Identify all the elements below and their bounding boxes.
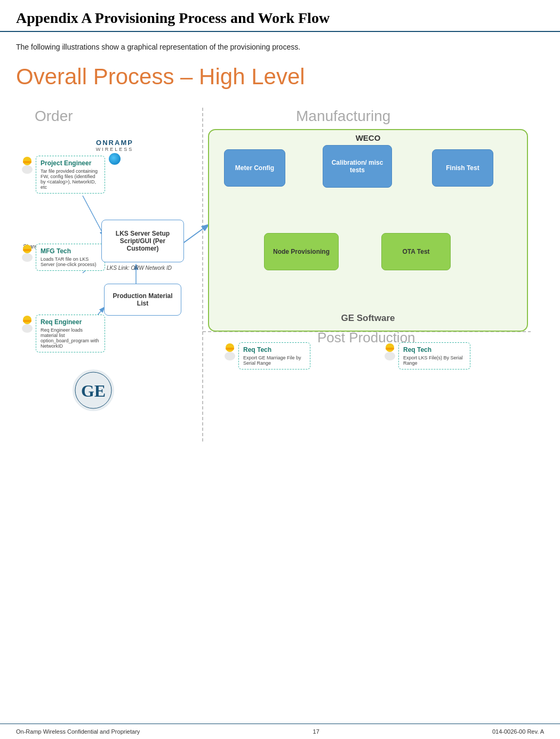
weco-label: WECO xyxy=(209,130,527,142)
page-header: Appendix A Provisioning Process and Work… xyxy=(0,0,560,32)
svg-rect-24 xyxy=(226,348,234,350)
project-engineer-box: Project Engineer Tar file provided conta… xyxy=(36,156,105,194)
calibration-box: Calibration/ misc tests xyxy=(323,145,392,188)
meter-config-box: Meter Config xyxy=(224,149,285,187)
req-tech-2-icon xyxy=(382,342,397,362)
req-tech-1-box: Req Tech Export GE Marriage File by Seri… xyxy=(238,342,310,370)
req-engineer-icon xyxy=(20,315,35,334)
project-engineer-area: Project Engineer Tar file provided conta… xyxy=(19,156,105,194)
section-heading: Overall Process – High Level xyxy=(16,64,544,90)
footer-center: 17 xyxy=(313,728,319,735)
svg-rect-27 xyxy=(386,348,394,350)
svg-point-13 xyxy=(22,165,33,174)
svg-text:GE: GE xyxy=(81,381,106,400)
svg-point-28 xyxy=(385,352,395,360)
mfg-tech-icon xyxy=(20,244,35,263)
req-engineer-area: Req Engineer Req Engineer loads material… xyxy=(19,315,105,352)
order-label: Order xyxy=(35,108,73,125)
finish-test-box: Finish Test xyxy=(432,149,493,187)
req-tech-1-icon xyxy=(222,342,237,362)
onramp-wireless-text: WIRELESS xyxy=(96,147,134,152)
svg-point-19 xyxy=(22,324,33,333)
ge-logo: GE xyxy=(72,369,115,412)
production-material-box: Production Material List xyxy=(104,284,181,316)
ge-logo-area: GE xyxy=(72,369,115,413)
mfg-tech-box: MFG Tech Loads TAR file on LKS Server (o… xyxy=(36,244,105,271)
onramp-logo-text: ONRAMP xyxy=(96,139,133,147)
footer-left: On-Ramp Wireless Confidential and Propri… xyxy=(16,728,140,735)
svg-point-16 xyxy=(22,253,33,262)
node-provisioning-box: Node Provisioning xyxy=(264,233,339,270)
onramp-logo-circle xyxy=(109,153,121,165)
svg-line-2 xyxy=(83,196,104,236)
footer-right: 014-0026-00 Rev. A xyxy=(492,728,544,735)
page-body: The following illustrations show a graph… xyxy=(0,32,560,497)
svg-point-25 xyxy=(225,352,235,360)
ge-software-label: GE Software xyxy=(208,313,528,324)
mfg-tech-area: MFG Tech Loads TAR file on LKS Server (o… xyxy=(19,244,105,271)
lks-link-label: LKS Link: ORW Network ID xyxy=(107,265,172,271)
req-tech-1-area: Req Tech Export GE Marriage File by Seri… xyxy=(221,342,310,370)
lks-server-box: LKS Server Setup Script/GUI (Per Custome… xyxy=(101,220,184,262)
svg-rect-15 xyxy=(23,249,31,251)
svg-rect-12 xyxy=(23,161,31,163)
manufacturing-label: Manufacturing xyxy=(296,108,390,125)
intro-text: The following illustrations show a graph… xyxy=(16,43,544,51)
svg-rect-18 xyxy=(23,320,31,322)
project-engineer-icon xyxy=(20,156,35,175)
diagram-container: Order Manufacturing WECO GE Software Met… xyxy=(19,102,541,465)
page-title: Appendix A Provisioning Process and Work… xyxy=(16,10,544,27)
req-tech-2-box: Req Tech Export LKS File(s) By Serial Ra… xyxy=(398,342,470,370)
page-footer: On-Ramp Wireless Confidential and Propri… xyxy=(0,724,560,739)
req-engineer-box: Req Engineer Req Engineer loads material… xyxy=(36,315,105,352)
ota-test-box: OTA Test xyxy=(381,233,451,270)
req-tech-2-area: Req Tech Export LKS File(s) By Serial Ra… xyxy=(381,342,470,370)
